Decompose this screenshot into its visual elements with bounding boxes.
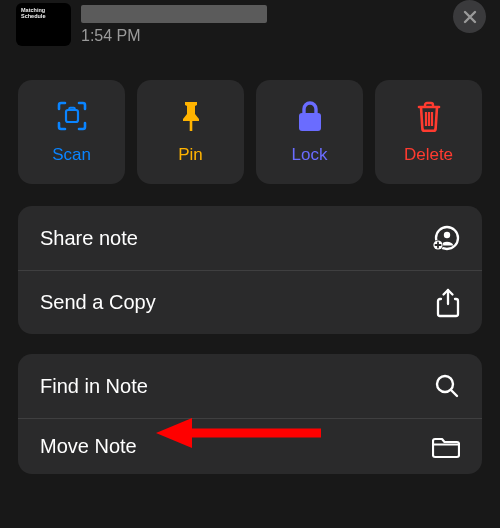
action-sheet: Matching Schedule 1:54 PM Scan (0, 0, 500, 528)
close-icon (463, 10, 477, 24)
svg-rect-1 (299, 113, 321, 131)
share-up-icon (436, 288, 460, 318)
move-note-label: Move Note (40, 435, 137, 458)
trash-icon (414, 99, 444, 133)
delete-label: Delete (404, 145, 453, 165)
move-note-item[interactable]: Move Note (18, 418, 482, 474)
share-section: Share note Send a Copy (18, 206, 482, 334)
note-title-redacted (81, 5, 267, 23)
svg-rect-0 (189, 121, 192, 131)
pin-button[interactable]: Pin (137, 80, 244, 184)
lock-label: Lock (292, 145, 328, 165)
lock-icon (296, 99, 324, 133)
svg-point-3 (444, 232, 450, 238)
pin-label: Pin (178, 145, 203, 165)
scan-label: Scan (52, 145, 91, 165)
scan-button[interactable]: Scan (18, 80, 125, 184)
pin-icon (176, 99, 206, 133)
close-button[interactable] (453, 0, 486, 33)
note-thumbnail[interactable]: Matching Schedule (16, 3, 71, 46)
action-row: Scan Pin Lock (18, 80, 482, 184)
scan-icon (55, 99, 89, 133)
note-actions-section: Find in Note Move Note (18, 354, 482, 474)
search-icon (434, 373, 460, 399)
send-copy-label: Send a Copy (40, 291, 156, 314)
person-add-icon (432, 224, 460, 252)
find-in-note-item[interactable]: Find in Note (18, 354, 482, 418)
folder-icon (432, 435, 460, 459)
title-block: 1:54 PM (81, 3, 484, 45)
timestamp: 1:54 PM (81, 27, 484, 45)
send-copy-item[interactable]: Send a Copy (18, 270, 482, 334)
delete-button[interactable]: Delete (375, 80, 482, 184)
share-note-label: Share note (40, 227, 138, 250)
find-in-note-label: Find in Note (40, 375, 148, 398)
share-note-item[interactable]: Share note (18, 206, 482, 270)
thumbnail-title: Matching Schedule (21, 7, 66, 19)
lock-button[interactable]: Lock (256, 80, 363, 184)
header: Matching Schedule 1:54 PM (0, 0, 500, 46)
